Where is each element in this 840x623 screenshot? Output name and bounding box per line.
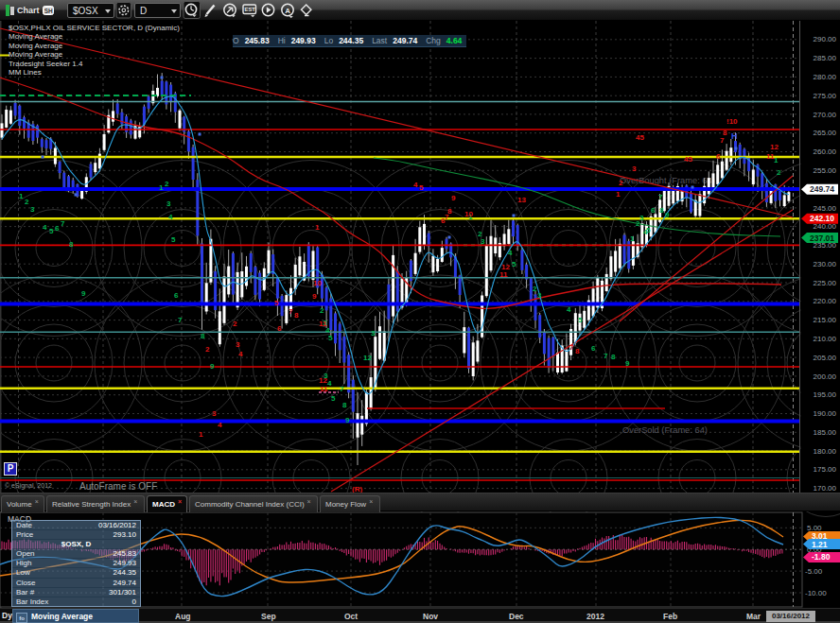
svg-text:9: 9 — [451, 194, 456, 202]
svg-text:6: 6 — [55, 224, 60, 233]
svg-text:12: 12 — [319, 376, 327, 385]
svg-text:255.00: 255.00 — [814, 166, 837, 175]
svg-text:2: 2 — [233, 320, 237, 328]
svg-text:6: 6 — [651, 206, 656, 215]
svg-text:290.00: 290.00 — [814, 35, 837, 43]
svg-text:242.10: 242.10 — [810, 214, 834, 223]
svg-text:230.00: 230.00 — [814, 260, 837, 268]
svg-text:225.00: 225.00 — [814, 279, 837, 287]
svg-text:8: 8 — [342, 401, 347, 409]
svg-text:OverSold (Frame: 64): OverSold (Frame: 64) — [622, 425, 708, 435]
svg-text:2: 2 — [25, 198, 29, 206]
svg-text:7: 7 — [720, 136, 725, 145]
svg-text:275.00: 275.00 — [814, 92, 837, 100]
svg-text:4: 4 — [218, 421, 222, 429]
svg-text:9: 9 — [345, 416, 350, 424]
svg-text:1: 1 — [630, 234, 635, 243]
svg-text:205.00: 205.00 — [814, 354, 837, 362]
svg-text:175.00: 175.00 — [814, 465, 837, 474]
svg-text:7: 7 — [569, 343, 574, 352]
svg-text:8: 8 — [611, 353, 616, 361]
svg-text:2: 2 — [619, 179, 623, 187]
svg-text:210.00: 210.00 — [814, 335, 837, 343]
svg-text:260.00: 260.00 — [814, 147, 837, 156]
svg-text:9: 9 — [81, 289, 86, 298]
svg-text:1: 1 — [774, 156, 779, 164]
svg-text:2: 2 — [777, 168, 781, 177]
svg-text:3: 3 — [212, 409, 217, 418]
svg-text:-10.00: -10.00 — [805, 589, 827, 597]
svg-text:3: 3 — [236, 340, 240, 349]
svg-text:3: 3 — [166, 199, 171, 208]
svg-text:237.01: 237.01 — [810, 234, 834, 243]
svg-text:2: 2 — [320, 306, 324, 315]
svg-text:5: 5 — [171, 235, 176, 244]
svg-text:8: 8 — [575, 347, 580, 355]
svg-text:8: 8 — [447, 207, 452, 216]
svg-text:200.00: 200.00 — [814, 372, 837, 381]
svg-text:2: 2 — [165, 180, 169, 188]
svg-text:2: 2 — [205, 345, 210, 354]
svg-text:13: 13 — [517, 196, 526, 204]
svg-text:215.00: 215.00 — [814, 316, 837, 324]
svg-text:45: 45 — [684, 155, 692, 164]
svg-text:9: 9 — [665, 211, 670, 219]
svg-text:12: 12 — [770, 143, 779, 151]
svg-text:6: 6 — [716, 152, 721, 161]
svg-text:1: 1 — [19, 192, 24, 200]
svg-text:9: 9 — [312, 292, 317, 301]
svg-text:7: 7 — [178, 316, 183, 324]
svg-text:3: 3 — [371, 329, 376, 337]
svg-text:8: 8 — [201, 332, 205, 340]
svg-text:5: 5 — [328, 334, 333, 342]
svg-text:7: 7 — [289, 307, 293, 316]
svg-text:4: 4 — [43, 223, 47, 232]
svg-text:11: 11 — [766, 152, 775, 161]
svg-text:!10: !10 — [726, 117, 738, 126]
svg-text:5: 5 — [419, 183, 424, 192]
svg-text:265.00: 265.00 — [814, 129, 837, 137]
svg-text:3: 3 — [632, 164, 637, 173]
svg-text:A: A — [285, 7, 290, 15]
svg-text:270.00: 270.00 — [814, 111, 837, 119]
svg-text:3: 3 — [639, 214, 644, 222]
svg-text:8: 8 — [69, 240, 74, 249]
svg-text:190.00: 190.00 — [814, 409, 837, 418]
svg-text:6: 6 — [174, 291, 179, 300]
svg-text:7: 7 — [61, 219, 65, 228]
svg-text:5: 5 — [49, 227, 54, 235]
svg-text:11: 11 — [319, 320, 327, 328]
svg-text:-1.80: -1.80 — [812, 552, 831, 562]
svg-text:-5.00: -5.00 — [805, 567, 823, 576]
svg-text:SH: SH — [44, 8, 53, 14]
svg-text:1: 1 — [159, 183, 164, 192]
svg-text:5: 5 — [274, 299, 279, 307]
svg-text:5: 5 — [512, 260, 516, 268]
svg-text:195.00: 195.00 — [814, 390, 837, 399]
svg-text:8: 8 — [723, 129, 727, 137]
svg-text:8: 8 — [294, 311, 299, 320]
svg-text:1: 1 — [199, 430, 203, 439]
svg-text:170.00: 170.00 — [814, 484, 837, 493]
svg-text:3: 3 — [537, 291, 542, 300]
svg-text:EST: EST — [245, 7, 256, 12]
svg-text:3: 3 — [481, 237, 485, 246]
svg-text:1.21: 1.21 — [812, 540, 828, 549]
svg-text:4: 4 — [327, 379, 332, 388]
svg-text:4: 4 — [413, 181, 418, 189]
svg-text:7: 7 — [340, 385, 344, 393]
svg-text:4: 4 — [508, 249, 513, 257]
svg-text:12: 12 — [363, 354, 372, 362]
svg-text:7: 7 — [658, 193, 663, 201]
svg-text:249.74: 249.74 — [810, 184, 834, 194]
svg-text:45: 45 — [636, 133, 644, 142]
svg-text:220.00: 220.00 — [814, 297, 837, 305]
svg-text:280.00: 280.00 — [814, 73, 837, 81]
svg-text:3: 3 — [30, 205, 35, 214]
svg-text:5: 5 — [578, 316, 583, 324]
svg-text:1: 1 — [616, 190, 621, 199]
svg-text:5: 5 — [646, 226, 651, 234]
svg-text:5: 5 — [331, 394, 336, 403]
svg-text:7: 7 — [604, 352, 608, 360]
svg-text:180.00: 180.00 — [814, 447, 837, 456]
